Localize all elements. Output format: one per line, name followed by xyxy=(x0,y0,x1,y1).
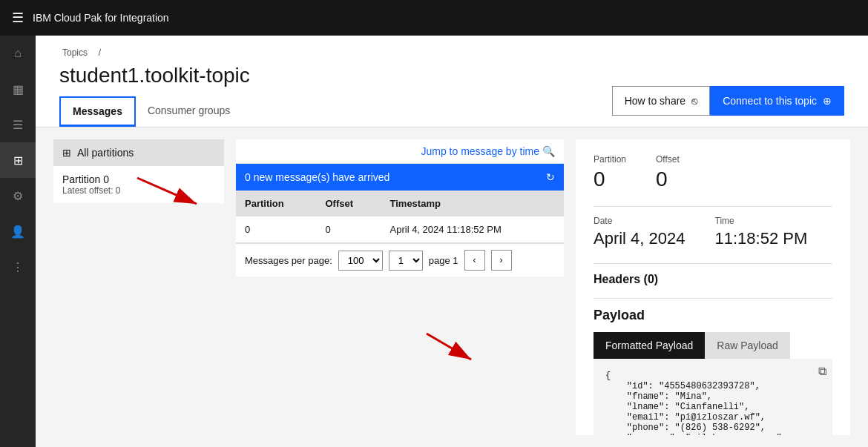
date-meta: Date April 4, 2024 xyxy=(594,216,685,248)
main-content: Topics / student1.toolkit-topic How to s… xyxy=(36,36,868,447)
search-icon: 🔍 xyxy=(542,145,555,157)
how-to-share-button[interactable]: How to share ⎋ xyxy=(612,86,710,116)
refresh-icon[interactable]: ↻ xyxy=(546,171,555,183)
partition-panel: ⊞ All partitions Partition 0 Latest offs… xyxy=(53,139,224,435)
divider-3 xyxy=(594,298,832,299)
partition-offset-row: Partition 0 Offset 0 xyxy=(594,154,832,191)
payload-section: Payload Formatted Payload Raw Payload ⧉ … xyxy=(594,308,832,435)
per-page-label: Messages per page: xyxy=(245,255,332,266)
partition-label: Partition xyxy=(594,154,626,165)
notification-bar: 0 new message(s) have arrived ↻ xyxy=(236,164,564,191)
date-label: Date xyxy=(594,216,685,226)
partition-0-item[interactable]: Partition 0 Latest offset: 0 xyxy=(53,166,224,203)
payload-title: Payload xyxy=(594,308,832,323)
payload-tabs: Formatted Payload Raw Payload xyxy=(594,332,832,359)
app-title: IBM Cloud Pak for Integration xyxy=(33,12,169,24)
offset-meta: Offset 0 xyxy=(656,154,680,191)
pagination-bar: Messages per page: 100 50 25 1 page 1 ‹ … xyxy=(236,243,564,277)
notification-text: 0 new message(s) have arrived xyxy=(245,171,389,183)
breadcrumb-topics[interactable]: Topics xyxy=(62,47,88,58)
offset-value: 0 xyxy=(656,168,680,191)
time-meta: Time 11:18:52 PM xyxy=(715,216,808,248)
messages-table: Partition Offset Timestamp 0 0 April 4, … xyxy=(236,191,564,243)
partition-value: 0 xyxy=(594,168,626,191)
messages-panel: Jump to message by time 🔍 0 new message(… xyxy=(236,139,564,435)
payload-text: { "id": "4555480632393728", "fname": "Mi… xyxy=(605,371,821,435)
page-actions: How to share ⎋ Connect to this topic ⊕ xyxy=(612,86,844,116)
time-label: Time xyxy=(715,216,808,226)
prev-page-button[interactable]: ‹ xyxy=(464,250,485,271)
next-page-button[interactable]: › xyxy=(491,250,512,271)
sidebar-item-topics[interactable]: ☰ xyxy=(0,107,36,142)
page-select[interactable]: 1 xyxy=(389,251,423,271)
sidebar-item-more[interactable]: ⋮ xyxy=(0,249,36,285)
breadcrumb[interactable]: Topics / xyxy=(59,47,844,58)
divider-2 xyxy=(594,263,832,264)
col-timestamp: Timestamp xyxy=(381,191,564,216)
connect-to-topic-button[interactable]: Connect to this topic ⊕ xyxy=(710,86,844,116)
col-partition: Partition xyxy=(236,191,316,216)
payload-content: ⧉ { "id": "4555480632393728", "fname": "… xyxy=(594,359,832,435)
sidebar-item-dashboard[interactable]: ▦ xyxy=(0,71,36,107)
tab-consumer-groups[interactable]: Consumer groups xyxy=(136,96,242,127)
cell-partition: 0 xyxy=(236,216,316,243)
payload-tab-formatted[interactable]: Formatted Payload xyxy=(594,332,705,359)
copy-payload-button[interactable]: ⧉ xyxy=(818,365,826,378)
sidebar-item-settings[interactable]: ⚙ xyxy=(0,178,36,213)
hamburger-icon[interactable]: ☰ xyxy=(12,10,24,26)
page-header: Topics / student1.toolkit-topic How to s… xyxy=(36,36,868,128)
all-partitions-label: All partitions xyxy=(77,147,134,159)
tab-messages[interactable]: Messages xyxy=(59,96,136,127)
table-header-row: Partition Offset Timestamp xyxy=(236,191,564,216)
grid-icon: ⊞ xyxy=(62,147,71,159)
sidebar-item-active[interactable]: ⊞ xyxy=(0,142,36,178)
jump-bar: Jump to message by time 🔍 xyxy=(236,139,564,164)
partition-meta: Partition 0 xyxy=(594,154,626,191)
sidebar-icons: ⌂ ▦ ☰ ⊞ ⚙ 👤 ⋮ xyxy=(0,36,36,447)
date-value: April 4, 2024 xyxy=(594,229,685,248)
jump-to-time-link[interactable]: Jump to message by time 🔍 xyxy=(421,145,555,157)
cell-offset: 0 xyxy=(316,216,381,243)
date-time-row: Date April 4, 2024 Time 11:18:52 PM xyxy=(594,216,832,248)
divider-1 xyxy=(594,206,832,207)
headers-title: Headers (0) xyxy=(594,273,832,286)
page-title: student1.toolkit-topic xyxy=(59,64,844,87)
per-page-select[interactable]: 100 50 25 xyxy=(338,251,383,271)
all-partitions-item[interactable]: ⊞ All partitions xyxy=(53,139,224,166)
time-value: 11:18:52 PM xyxy=(715,229,808,248)
payload-tab-raw[interactable]: Raw Payload xyxy=(705,332,790,359)
table-row[interactable]: 0 0 April 4, 2024 11:18:52 PM xyxy=(236,216,564,243)
sidebar-item-home[interactable]: ⌂ xyxy=(0,36,36,71)
content-area: ⊞ All partitions Partition 0 Latest offs… xyxy=(36,128,868,447)
top-nav: ☰ IBM Cloud Pak for Integration xyxy=(0,0,868,36)
sidebar-item-users[interactable]: 👤 xyxy=(0,213,36,249)
partition-name: Partition 0 xyxy=(62,173,215,185)
headers-section: Headers (0) xyxy=(594,273,832,286)
cell-timestamp: April 4, 2024 11:18:52 PM xyxy=(381,216,564,243)
share-icon: ⎋ xyxy=(691,95,697,107)
connect-icon: ⊕ xyxy=(823,95,832,107)
page-label: page 1 xyxy=(429,255,458,266)
detail-panel: Partition 0 Offset 0 Date April 4, 2024 xyxy=(576,139,850,435)
col-offset: Offset xyxy=(316,191,381,216)
offset-label: Offset xyxy=(656,154,680,165)
partition-sub: Latest offset: 0 xyxy=(62,185,215,196)
